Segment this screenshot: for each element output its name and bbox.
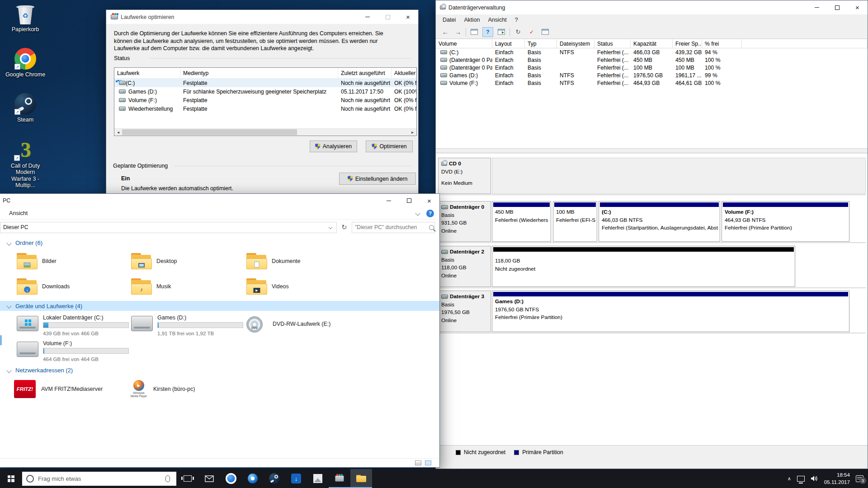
group-header-drives[interactable]: Geräte und Laufwerke (4)	[0, 301, 439, 311]
col-freier-sp[interactable]: Freier Sp...	[673, 39, 702, 48]
close-button[interactable]: ×	[847, 0, 868, 14]
collapse-icon[interactable]	[6, 368, 11, 373]
ribbon-collapse-icon[interactable]	[415, 211, 420, 216]
close-button[interactable]: ×	[419, 194, 439, 207]
col-kapazitaet[interactable]: Kapazität	[631, 39, 673, 48]
folder-item-downloads[interactable]: ↓ Downloads	[17, 277, 112, 296]
partition-c[interactable]: (C:)466,03 GB NTFSFehlerfrei (Startparti…	[599, 201, 720, 242]
collapse-icon[interactable]	[6, 303, 11, 308]
media-app-button[interactable]	[242, 469, 264, 488]
explorer-search-input[interactable]	[352, 224, 429, 230]
explorer-taskbar-button[interactable]	[350, 469, 372, 488]
partition-recovery[interactable]: 450 MBFehlerfrei (Wiederhers	[492, 201, 551, 242]
refresh-icon[interactable]: ↻	[513, 27, 524, 37]
col-typ[interactable]: Typ	[525, 39, 557, 48]
check-disk-icon[interactable]: ✓	[526, 27, 537, 37]
col-status[interactable]: Status	[594, 39, 631, 48]
drive-item-dvd[interactable]: DVD DVD-RW-Laufwerk (E:)	[246, 314, 355, 337]
col-laufwerk[interactable]: Laufwerk	[114, 68, 180, 78]
menu-aktion[interactable]: Aktion	[460, 15, 484, 25]
task-view-button[interactable]	[177, 469, 198, 488]
address-input[interactable]	[0, 224, 329, 230]
steam-taskbar-button[interactable]	[264, 469, 285, 488]
collapse-icon[interactable]	[6, 240, 11, 245]
folder-item-videos[interactable]: ▶ Videos	[246, 277, 341, 296]
menu-help[interactable]: ?	[511, 15, 522, 25]
partition-efi[interactable]: 100 MBFehlerfrei (EFI-S	[553, 201, 597, 242]
group-header-folders[interactable]: Ordner (6)	[7, 239, 42, 246]
desktop-icon-steam[interactable]: ↗ Steam	[2, 93, 49, 123]
drive-row-selected[interactable]: (C:) Festplatte Noch nie ausgeführt OK (…	[114, 79, 416, 87]
col-pct-frei[interactable]: % frei	[702, 39, 742, 48]
disk2-label-box[interactable]: Datenträger 2 Basis 118,00 GB Online	[438, 246, 491, 287]
drive-row[interactable]: Wiederherstellung Festplatte Noch nie au…	[114, 104, 416, 113]
optimize-titlebar[interactable]: Laufwerke optimieren ×	[106, 10, 418, 24]
defrag-taskbar-button[interactable]	[329, 469, 350, 488]
tray-expand-icon[interactable]: ∧	[788, 476, 791, 482]
desktop-icon-chrome[interactable]: ↗ Google Chrome	[2, 48, 49, 78]
explorer-search-box[interactable]	[352, 222, 435, 233]
disk-management-titlebar[interactable]: Datenträgerverwaltung ×	[436, 0, 868, 14]
minimize-button[interactable]	[807, 0, 827, 14]
scroll-left-icon[interactable]: ◂	[114, 129, 122, 136]
start-button[interactable]	[0, 469, 22, 488]
maximize-button[interactable]	[827, 0, 847, 14]
drive-item-d[interactable]: Games (D:) 1,91 TB frei von 1,92 TB	[131, 314, 240, 337]
splitter[interactable]	[436, 149, 868, 153]
analyze-button[interactable]: Analysieren	[310, 141, 357, 152]
col-status[interactable]: Aktueller Sta	[392, 68, 416, 78]
chrome-taskbar-button[interactable]	[220, 469, 242, 488]
partition-games[interactable]: Games (D:)1976,50 GB NTFSFehlerfrei (Pri…	[492, 291, 849, 332]
taskbar-search[interactable]	[22, 471, 177, 486]
drive-row[interactable]: Volume (F:) Festplatte Noch nie ausgefüh…	[114, 96, 416, 104]
show-console-tree-icon[interactable]	[469, 27, 480, 37]
show-actions-pane-icon[interactable]	[496, 27, 507, 37]
help-icon[interactable]: ?	[482, 27, 493, 37]
cd-label-box[interactable]: CD 0 DVD (E:) Kein Medium	[438, 158, 491, 194]
disk3-label-box[interactable]: Datenträger 3 Basis 1976,50 GB Online	[438, 291, 491, 332]
details-view-icon[interactable]	[415, 460, 421, 465]
scroll-right-icon[interactable]: ▸	[409, 129, 416, 136]
forward-icon[interactable]: →	[453, 27, 463, 37]
menu-ansicht[interactable]: Ansicht	[484, 15, 510, 25]
drive-item-c[interactable]: Lokaler Datenträger (C:) 439 GB frei von…	[17, 314, 125, 337]
close-button[interactable]: ×	[398, 10, 418, 24]
scrollbar-thumb[interactable]	[122, 129, 297, 135]
minimize-button[interactable]	[378, 194, 399, 207]
volume-row[interactable]: Games (D:) EinfachBasis NTFSFehlerfrei (…	[436, 71, 868, 79]
col-dateisystem[interactable]: Dateisystem	[557, 39, 594, 48]
optimize-button[interactable]: Optimieren	[366, 141, 413, 152]
desktop-icon-cod-mw3[interactable]: 3 ↗ Call of Duty ModernWarfare 3 - Multi…	[2, 138, 49, 189]
minimize-button[interactable]	[357, 10, 377, 24]
folder-item-musik[interactable]: ♪ Musik	[131, 277, 226, 296]
folder-item-desktop[interactable]: Desktop	[131, 251, 226, 271]
volume-row[interactable]: (Datenträger 0 Par... EinfachBasis Fehle…	[436, 64, 868, 71]
taskbar-search-input[interactable]	[38, 475, 163, 482]
explorer-titlebar[interactable]: PC ×	[0, 194, 439, 207]
drive-row[interactable]: Games (D:) Für schlanke Speicherzuweisun…	[114, 87, 416, 96]
network-item-fritz[interactable]: FRITZ! AVM FRITZ!Mediaserver	[14, 379, 123, 399]
volume-row[interactable]: (C:) EinfachBasis NTFSFehlerfrei (... 46…	[436, 48, 868, 56]
change-settings-button[interactable]: Einstellungen ändern	[339, 173, 416, 185]
maximize-button[interactable]	[399, 194, 419, 207]
downloader-app-button[interactable]: ↓	[285, 469, 307, 488]
menu-datei[interactable]: Datei	[439, 15, 460, 25]
ribbon-tab-ansicht[interactable]: Ansicht	[9, 210, 28, 216]
volume-row[interactable]: (Datenträger 0 Par... EinfachBasis Fehle…	[436, 56, 868, 64]
properties-icon[interactable]	[540, 27, 551, 37]
address-dropdown-icon[interactable]	[329, 225, 332, 229]
group-header-network[interactable]: Netzwerkadressen (2)	[7, 367, 73, 374]
network-item-kirsten[interactable]: ▶ Windows Media Player Kirsten (büro-pc)	[129, 379, 246, 399]
taskbar-clock[interactable]: 18:54 05.11.2017	[824, 471, 850, 485]
volume-row[interactable]: Volume (F:) EinfachBasis NTFSFehlerfrei …	[436, 79, 868, 87]
action-center-button[interactable]: 3	[856, 475, 863, 482]
network-tray-icon[interactable]	[797, 476, 805, 482]
partition-unallocated[interactable]: 118,00 GBNicht zugeordnet	[492, 246, 795, 287]
partition-f[interactable]: Volume (F:)464,93 GB NTFSFehlerfrei (Pri…	[722, 201, 849, 242]
disk0-label-box[interactable]: Datenträger 0 Basis 931,50 GB Online	[438, 201, 491, 242]
folder-item-bilder[interactable]: Bilder	[17, 251, 112, 271]
thumbnails-view-icon[interactable]	[425, 460, 431, 465]
col-layout[interactable]: Layout	[492, 39, 525, 48]
horizontal-scrollbar[interactable]: ◂ ▸	[114, 128, 416, 136]
explorer-help-icon[interactable]: ?	[426, 210, 434, 217]
